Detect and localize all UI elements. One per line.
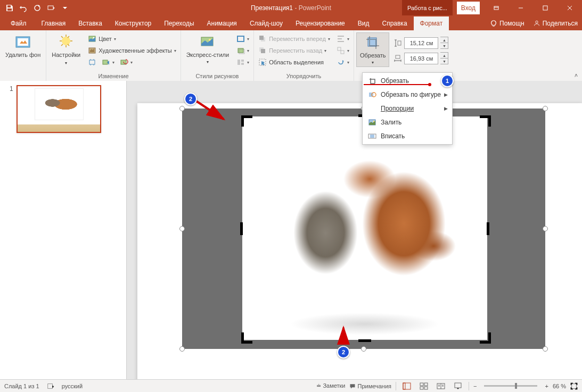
selection-handle[interactable] (543, 226, 548, 231)
bring-forward-icon (258, 35, 267, 43)
slide (137, 103, 582, 380)
picture-tools-context-tab[interactable]: Работа с рис... (402, 0, 453, 15)
height-field[interactable]: 15,12 см ▲▼ (394, 37, 448, 49)
comments-button[interactable]: Примечания (349, 383, 391, 389)
tab-help[interactable]: Справка (375, 16, 413, 30)
qat-more-icon[interactable] (59, 2, 71, 14)
compress-reset-buttons[interactable]: ▾ ▾ (86, 57, 178, 68)
selection-icon (258, 58, 267, 66)
crop-menu-fill[interactable]: Залить (363, 115, 452, 129)
align-button[interactable]: ▾ (334, 34, 351, 44)
thumb-number: 1 (10, 85, 13, 133)
selection-handle[interactable] (179, 346, 185, 352)
language-indicator[interactable]: русский (62, 383, 83, 389)
tab-file[interactable]: Файл (2, 16, 35, 30)
tab-animation[interactable]: Анимация (201, 16, 243, 30)
ribbon-display-icon[interactable] (484, 0, 509, 15)
crop-handle-corner[interactable] (241, 115, 252, 127)
save-icon[interactable] (3, 2, 16, 14)
crop-handle-side[interactable] (487, 222, 489, 235)
selection-handle[interactable] (543, 346, 548, 352)
svg-rect-39 (370, 135, 374, 138)
zoom-in-button[interactable]: + (545, 383, 548, 389)
slide-sorter-view-icon[interactable] (417, 381, 430, 391)
crop-menu-aspect[interactable]: Пропорции ▶ (363, 102, 452, 115)
picture-border-button[interactable]: ▾ (234, 34, 251, 44)
notes-button[interactable]: ≐ Заметки (316, 382, 345, 389)
svg-rect-52 (455, 383, 461, 388)
rotate-button[interactable]: ▾ (334, 57, 351, 68)
undo-icon[interactable] (17, 2, 30, 14)
slide-canvas[interactable] (127, 81, 582, 380)
svg-rect-46 (403, 383, 405, 389)
crop-handle-side[interactable] (240, 222, 243, 235)
slide-thumbnail-panel[interactable]: 1 (0, 81, 127, 380)
title-bar: Презентация1 - PowerPoint Работа с рис..… (0, 0, 582, 15)
reset-picture-icon (120, 58, 128, 66)
picture-layout-button[interactable]: ▾ (234, 57, 251, 68)
tab-design[interactable]: Конструктор (109, 16, 158, 30)
sign-in-button[interactable]: Вход (457, 2, 480, 14)
height-spinner[interactable]: ▲▼ (440, 37, 448, 49)
tab-transitions[interactable]: Переходы (158, 16, 200, 30)
redo-icon[interactable] (31, 2, 44, 14)
tab-insert[interactable]: Вставка (72, 16, 109, 30)
submenu-arrow-icon: ▶ (444, 92, 448, 97)
svg-point-43 (428, 83, 431, 86)
color-button[interactable]: Цвет ▾ (86, 34, 178, 44)
color-icon (88, 35, 96, 43)
tab-view[interactable]: Вид (351, 16, 376, 30)
spellcheck-icon[interactable] (47, 382, 54, 390)
tab-format[interactable]: Формат (414, 16, 449, 30)
zoom-level[interactable]: 66 % (553, 383, 566, 389)
reading-view-icon[interactable] (435, 381, 447, 391)
artistic-effects-button[interactable]: Художественные эффекты ▾ (86, 45, 178, 56)
align-icon (337, 35, 345, 43)
slide-counter[interactable]: Слайд 1 из 1 (4, 383, 39, 389)
svg-rect-4 (494, 6, 498, 10)
tab-slideshow[interactable]: Слайд-шоу (243, 16, 289, 30)
corrections-button[interactable]: Настройки▾ (48, 32, 84, 67)
tab-review[interactable]: Рецензирование (289, 16, 351, 30)
zoom-out-button[interactable]: − (473, 383, 477, 389)
slide-thumbnail-1[interactable] (17, 85, 101, 133)
share-button[interactable]: Поделиться (529, 16, 582, 30)
layout-icon (236, 58, 245, 66)
width-field[interactable]: 16,93 см ▲▼ (394, 52, 448, 64)
picture-effects-button[interactable]: ▾ (234, 45, 251, 56)
start-from-beginning-icon[interactable] (45, 2, 58, 14)
close-icon[interactable] (558, 0, 582, 15)
quick-access-toolbar (0, 2, 71, 14)
zoom-slider[interactable] (484, 385, 537, 387)
crop-handle-corner[interactable] (241, 332, 252, 344)
collapse-ribbon-icon[interactable]: ʌ (575, 72, 578, 78)
selection-handle[interactable] (179, 226, 185, 231)
svg-rect-21 (237, 60, 240, 65)
svg-rect-45 (403, 383, 411, 389)
crop-handle-side[interactable] (358, 339, 371, 342)
selection-handle[interactable] (361, 346, 366, 352)
svg-rect-13 (89, 60, 95, 64)
crop-handle-corner[interactable] (480, 332, 491, 344)
maximize-icon[interactable] (533, 0, 558, 15)
minimize-icon[interactable] (509, 0, 533, 15)
quick-styles-button[interactable]: Экспресс-стили▾ (183, 32, 232, 66)
crop-menu-shape[interactable]: Обрезать по фигуре ▶ (363, 88, 452, 102)
quick-styles-icon (199, 34, 216, 51)
crop-menu-fit[interactable]: Вписать (363, 129, 452, 143)
tell-me-button[interactable]: Помощн (486, 16, 529, 30)
remove-background-button[interactable]: Удалить фон (2, 32, 44, 60)
slideshow-view-icon[interactable] (452, 381, 464, 391)
selection-pane-button[interactable]: Область выделения (256, 57, 332, 68)
tab-home[interactable]: Главная (35, 16, 72, 30)
selection-handle[interactable] (179, 106, 185, 111)
window-title: Презентация1 - PowerPoint (251, 4, 331, 12)
crop-handle-corner[interactable] (480, 115, 491, 127)
crop-button[interactable]: Обрезать▾ (356, 32, 390, 67)
normal-view-icon[interactable] (400, 381, 413, 391)
fit-to-window-icon[interactable] (570, 382, 578, 390)
crop-menu-fill-icon (368, 118, 376, 127)
selection-handle[interactable] (543, 106, 548, 111)
width-spinner[interactable]: ▲▼ (440, 52, 448, 64)
group-label-arrange: Упорядочить (256, 72, 351, 81)
